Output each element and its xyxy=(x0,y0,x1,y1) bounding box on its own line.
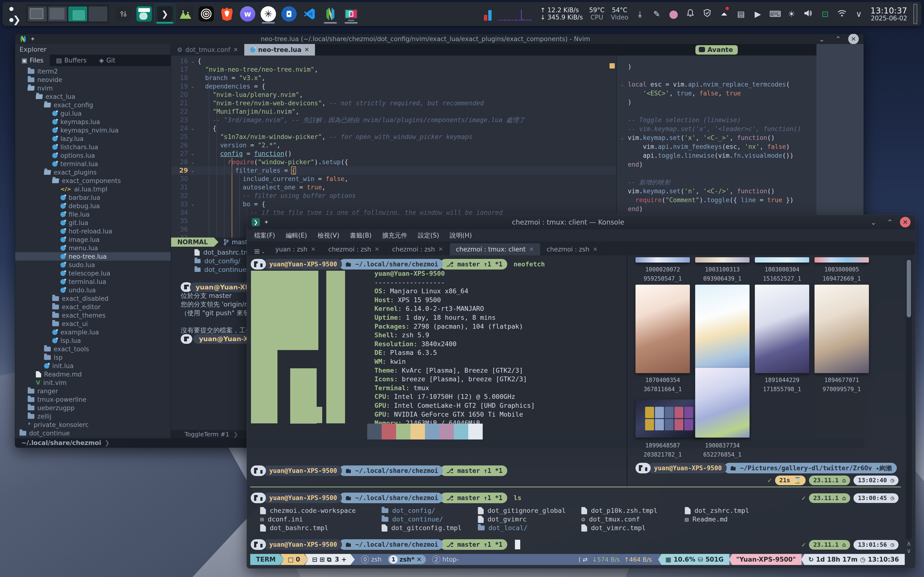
tree-item-exact_config[interactable]: exact_config xyxy=(15,101,171,109)
desktop-2[interactable] xyxy=(48,6,67,21)
tree-item-exact_ui[interactable]: exact_ui xyxy=(15,319,171,328)
gallery-thumbnail[interactable] xyxy=(635,400,703,438)
tree-item-terminal.lua[interactable]: terminal.lua xyxy=(15,277,171,286)
tree-item-lazy.lua[interactable]: lazy.lua xyxy=(15,134,171,143)
tree-item-keymaps.lua[interactable]: keymaps.lua xyxy=(15,118,171,126)
close-tab-icon[interactable]: ✕ xyxy=(311,246,315,253)
tree-item-sudo.lua[interactable]: sudo.lua xyxy=(15,261,171,269)
ls-file-entry[interactable]: dot_vimrc.tmpl xyxy=(582,524,646,532)
notifications-bell-icon[interactable] xyxy=(685,9,696,19)
sidebar-tab-buffers[interactable]: ▤Buffers xyxy=(50,55,93,66)
tree-item-exact_disabled[interactable]: exact_disabled xyxy=(15,294,171,303)
tree-item-menu.lua[interactable]: menu.lua xyxy=(15,244,171,252)
tree-item-gui.lua[interactable]: gui.lua xyxy=(15,109,171,118)
media-capture-app-launcher[interactable] xyxy=(196,4,216,24)
menu-item[interactable]: 說明(H) xyxy=(450,231,472,240)
tree-item-exact_themes[interactable]: exact_themes xyxy=(15,311,171,319)
tree-item-exact_plugins[interactable]: exact_plugins xyxy=(15,168,171,176)
konsole-tab[interactable]: chezmoi : zsh✕ xyxy=(386,243,450,255)
tmux-pane-layout[interactable]: ⊟ ⊞ ⧉3 + xyxy=(305,554,355,565)
chatgpt-launcher[interactable]: ✳ xyxy=(258,4,279,24)
sidebar-tab-files[interactable]: ▣Files xyxy=(15,55,50,66)
system-settings-launcher[interactable]: ⫯⫰ xyxy=(113,4,134,24)
tmux-window-2[interactable]: 2htop- xyxy=(432,555,459,564)
menu-item[interactable]: 擴充元件 xyxy=(382,231,407,240)
konsole-maximize-button[interactable]: ⌃ xyxy=(884,218,896,226)
ls-file-entry[interactable]: ▤Readme.md xyxy=(685,515,728,524)
tree-item-neo-tree.lua[interactable]: neo-tree.lua xyxy=(15,252,171,261)
menu-item[interactable]: 設定(S) xyxy=(418,231,439,240)
tree-item-ai.lua.tmpl[interactable]: </>ai.lua.tmpl xyxy=(15,185,171,193)
brave-browser-launcher[interactable] xyxy=(216,4,237,24)
code-editor[interactable]: 16⌄{17 "nvim-neo-tree/neo-tree.nvim",18 … xyxy=(171,56,616,237)
vscode-launcher[interactable] xyxy=(299,4,320,24)
media-player-icon[interactable]: ▶ xyxy=(753,9,763,19)
ls-file-entry[interactable]: chezmoi.code-workspace xyxy=(260,506,356,515)
gallery-thumbnail[interactable] xyxy=(695,368,750,438)
tree-item-ranger[interactable]: ranger xyxy=(15,387,171,395)
gallery-thumbnail[interactable] xyxy=(755,285,809,373)
tmux-window-close-icon[interactable]: ✕ xyxy=(417,556,422,563)
close-tab-icon[interactable]: ✕ xyxy=(593,246,598,253)
brightness-icon[interactable]: ☀ xyxy=(786,9,797,19)
new-tab-button[interactable]: ⊞⌄ xyxy=(250,247,269,255)
tree-item-lsp.lua[interactable]: lsp.lua xyxy=(15,336,171,345)
desktop-3-active[interactable] xyxy=(68,6,87,21)
tree-item-example.lua[interactable]: example.lua xyxy=(15,328,171,336)
ls-file-entry[interactable]: dot_gvimrc xyxy=(478,515,527,524)
tree-item-exact_editor[interactable]: exact_editor xyxy=(15,303,171,311)
ls-file-entry[interactable]: dot_config/ xyxy=(382,506,435,515)
ls-file-entry[interactable]: dot_continue/ xyxy=(382,515,443,524)
tree-item-dot_continue[interactable]: dot_continue xyxy=(15,429,171,437)
konsole-minimize-button[interactable]: ⌄ xyxy=(867,218,880,226)
tree-item-exact_components[interactable]: exact_components xyxy=(15,176,171,185)
tree-item-exact_lua[interactable]: exact_lua xyxy=(15,92,171,101)
gallery-thumbnail[interactable] xyxy=(814,285,869,373)
app-launcher-icon[interactable]: ●●❯ xyxy=(7,6,22,22)
scrollbar-arrows[interactable]: ∧∨ xyxy=(906,540,912,554)
avante-tab[interactable]: Avante xyxy=(695,45,738,55)
system-monitor-app-launcher[interactable] xyxy=(175,4,196,24)
konsole-titlebar[interactable]: ❯ ✦ chezmoi : tmux: client — Konsole ⌄ ⌃… xyxy=(247,215,915,229)
security-shield-icon[interactable] xyxy=(702,9,712,19)
network-graph-icon[interactable] xyxy=(498,7,534,21)
close-tab-icon[interactable]: ✕ xyxy=(438,246,443,253)
close-tab-icon[interactable]: ✕ xyxy=(529,246,534,253)
konsole-terminal-launcher[interactable]: ❯ xyxy=(155,4,175,24)
spectacle-screenshot-launcher[interactable] xyxy=(341,4,362,24)
buffer-tab-neo-tree.lua[interactable]: neo-tree.lua✕ xyxy=(244,44,315,56)
ls-file-entry[interactable]: dot_gitconfig.tmpl xyxy=(382,524,462,532)
konsole-tab[interactable]: chezmoi : tmux: client✕ xyxy=(450,243,540,255)
tree-item-hot-reload.lua[interactable]: hot-reload.lua xyxy=(15,227,171,235)
buffer-tab-dot_tmux.conf[interactable]: ⚙dot_tmux.conf✕ xyxy=(171,44,244,56)
color-picker-icon[interactable]: ⬤ xyxy=(668,9,679,19)
konsole-tab[interactable]: chezmoi : zsh✕ xyxy=(540,243,604,255)
tree-item-private_konsolerc[interactable]: *private_konsolerc xyxy=(15,421,171,429)
net-speed-widget[interactable]: ↑ 12.2 KiB/s ↓ 345.9 KiB/s xyxy=(540,7,583,21)
tree-item-zellij[interactable]: zellij xyxy=(15,412,171,421)
desktop-1[interactable] xyxy=(28,6,47,21)
virtual-desktop-pager[interactable] xyxy=(26,5,109,23)
tree-item-barbar.lua[interactable]: barbar.lua xyxy=(15,193,171,202)
tmux-window-0[interactable]: 0zsh xyxy=(361,555,382,564)
ls-file-entry[interactable]: dot_local/ xyxy=(478,524,528,532)
ls-file-entry[interactable]: dot_bashrc.tmpl xyxy=(260,524,328,532)
menu-item[interactable]: 書籤(B) xyxy=(350,231,372,240)
password-manager-launcher[interactable] xyxy=(279,4,299,24)
tree-item-options.lua[interactable]: options.lua xyxy=(15,151,171,160)
tree-item-lsp[interactable]: lsp xyxy=(15,353,171,362)
system-monitor-bars-icon[interactable] xyxy=(484,7,492,21)
nvim-maximize-button[interactable]: ⌃ xyxy=(832,35,844,43)
nvim-close-button[interactable]: ✕ xyxy=(848,34,859,44)
sidebar-tab-git[interactable]: ◈Git xyxy=(93,55,122,66)
tree-item-listchars.lua[interactable]: listchars.lua xyxy=(15,143,171,151)
tree-item-Readme.md[interactable]: Readme.md xyxy=(15,370,171,379)
tree-item-keymaps_nvim.lua[interactable]: keymaps_nvim.lua xyxy=(15,126,171,134)
tree-item-nvim[interactable]: nvim xyxy=(15,84,171,92)
menu-item[interactable]: 檢視(V) xyxy=(318,231,339,240)
ls-file-entry[interactable]: ⊞dconf.ini xyxy=(260,515,303,524)
tree-item-tmux-powerline[interactable]: tmux-powerline xyxy=(15,395,171,404)
tree-item-undo.lua[interactable]: undo.lua xyxy=(15,286,171,294)
show-desktop-button[interactable] xyxy=(913,4,917,24)
ls-file-entry[interactable]: dot_zshrc.tmpl xyxy=(685,506,749,515)
